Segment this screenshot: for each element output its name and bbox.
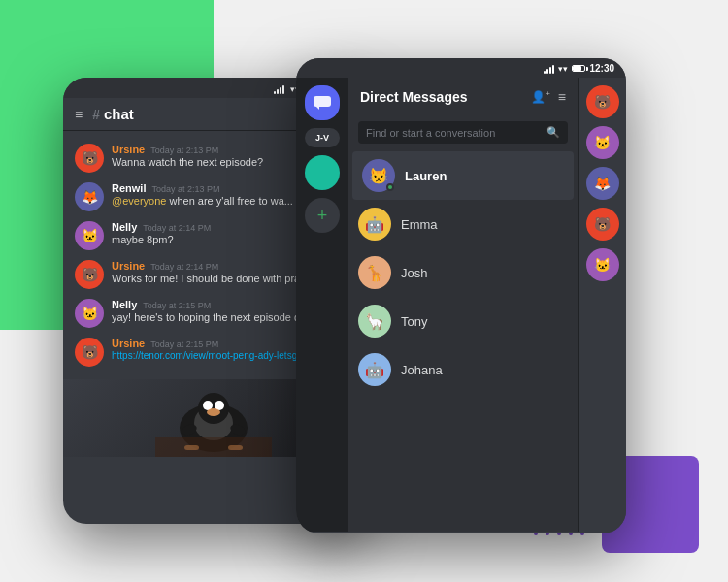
msg-username-3: Nelly (112, 221, 137, 233)
avatar-nelly-1: 🐱 (75, 221, 104, 250)
channel-hash-icon: # (92, 107, 100, 122)
signal-icon (274, 84, 284, 94)
dm-add-server-icon[interactable]: + (305, 198, 340, 233)
dm-layout: J-V + Direct Messages 👤+ ≡ Find or start… (296, 78, 626, 532)
msg-time-3: Today at 2:14 PM (143, 223, 211, 233)
dm-jv-label[interactable]: J-V (305, 128, 340, 147)
preview-avatar-4: 🐻 (586, 208, 619, 241)
avatar-wrapper-johana: 🤖 (358, 353, 391, 386)
msg-time-4: Today at 2:14 PM (150, 262, 218, 272)
contact-name-johana: Johana (401, 363, 443, 377)
right-time: 12:30 (589, 63, 614, 74)
phones-wrapper: ▾▾ 12:30 ≡ # chat 🔍 👥 🐻 Ursine (34, 39, 694, 543)
hamburger-icon[interactable]: ≡ (75, 107, 83, 122)
dm-sidebar: J-V + (296, 78, 348, 532)
dm-panel: Direct Messages 👤+ ≡ Find or start a con… (348, 78, 578, 532)
msg-username-5: Nelly (112, 299, 137, 310)
avatar-wrapper-josh: 🦒 (358, 256, 391, 289)
svg-point-5 (207, 408, 220, 416)
dm-right-col: 🐻 🐱 🦊 🐻 🐱 (578, 78, 626, 532)
avatar-wrapper-lauren: 😾 (362, 159, 395, 192)
dm-search-placeholder: Find or start a conversation (366, 127, 541, 139)
avatar-wrapper-tony: 🦙 (358, 305, 391, 338)
phone-right: ▾▾ 12:30 J-V + (296, 58, 626, 534)
msg-time-5: Today at 2:15 PM (143, 301, 211, 310)
dm-search-icon: 🔍 (546, 126, 560, 139)
svg-rect-10 (155, 437, 272, 457)
contact-name-josh: Josh (401, 266, 427, 280)
dm-teal-icon[interactable] (305, 155, 340, 190)
contact-name-lauren: Lauren (405, 169, 447, 183)
chat-bubble-icon (314, 96, 331, 110)
msg-username-4: Ursine (112, 260, 145, 272)
avatar-wrapper-emma: 🤖 (358, 208, 391, 241)
contact-name-tony: Tony (401, 314, 427, 329)
preview-avatar-5: 🐱 (586, 248, 619, 281)
msg-username-2: Renwil (112, 182, 146, 194)
dm-search-bar[interactable]: Find or start a conversation 🔍 (358, 121, 568, 144)
msg-time-2: Today at 2:13 PM (151, 184, 219, 194)
dm-header: Direct Messages 👤+ ≡ (348, 78, 578, 113)
msg-username-1: Ursine (112, 144, 145, 155)
dm-contact-josh[interactable]: 🦒 Josh (348, 248, 578, 297)
svg-marker-12 (316, 107, 319, 110)
avatar-johana: 🤖 (358, 353, 391, 386)
penguin-svg (155, 379, 272, 457)
right-wifi-icon: ▾▾ (558, 64, 568, 74)
avatar-nelly-2: 🐱 (75, 299, 104, 328)
msg-time-6: Today at 2:15 PM (150, 340, 218, 349)
status-dot-lauren (386, 183, 394, 191)
svg-rect-11 (314, 96, 331, 107)
dm-contact-johana[interactable]: 🤖 Johana (348, 345, 578, 394)
preview-avatar-2: 🐱 (586, 126, 619, 159)
dm-contact-lauren[interactable]: 😾 Lauren (352, 151, 574, 200)
dm-header-icons: 👤+ ≡ (531, 89, 566, 105)
dm-chat-icon[interactable] (305, 85, 340, 120)
msg-time-1: Today at 2:13 PM (150, 146, 218, 155)
preview-avatar-1: 🐻 (586, 85, 619, 118)
right-status-bar: ▾▾ 12:30 (296, 58, 626, 78)
right-status-icons: ▾▾ 12:30 (544, 63, 614, 74)
right-signal-icon (544, 64, 554, 74)
dm-contact-tony[interactable]: 🦙 Tony (348, 297, 578, 345)
avatar-ursine-3: 🐻 (75, 338, 104, 367)
msg-username-6: Ursine (112, 338, 145, 349)
avatar-josh: 🦒 (358, 256, 391, 289)
avatar-renwil: 🦊 (75, 182, 104, 211)
channel-name: # chat (92, 106, 134, 122)
avatar-ursine-2: 🐻 (75, 260, 104, 289)
preview-avatar-3: 🦊 (586, 167, 619, 200)
avatar-emma: 🤖 (358, 208, 391, 241)
dm-contact-emma[interactable]: 🤖 Emma (348, 200, 578, 248)
avatar-ursine-1: 🐻 (75, 144, 104, 173)
dm-title: Direct Messages (360, 89, 468, 105)
dm-contacts-list: 😾 Lauren 🤖 Emma 🦒 (348, 151, 578, 532)
right-battery-icon (572, 65, 585, 72)
avatar-tony: 🦙 (358, 305, 391, 338)
add-dm-icon[interactable]: 👤+ (531, 89, 550, 105)
hamburger-dm-icon[interactable]: ≡ (558, 89, 566, 105)
contact-name-emma: Emma (401, 217, 438, 232)
